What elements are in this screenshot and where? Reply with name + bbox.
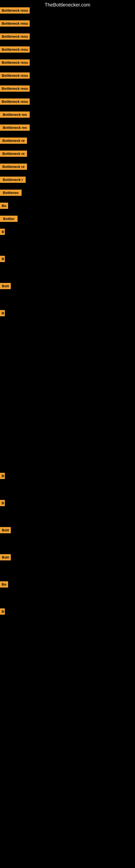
bottleneck-button-27[interactable]: B	[0, 609, 5, 615]
bottleneck-button-20[interactable]: Bott	[0, 283, 11, 289]
bottleneck-button-24[interactable]: Bott	[0, 527, 11, 533]
bottleneck-button-16[interactable]: Bo	[0, 203, 8, 209]
bottleneck-button-23[interactable]: B	[0, 500, 5, 506]
bottleneck-button-11[interactable]: Bottleneck re	[0, 137, 27, 144]
bottleneck-button-12[interactable]: Bottleneck re	[0, 151, 27, 157]
bottleneck-button-6[interactable]: Bottleneck resu	[0, 72, 30, 79]
bottleneck-button-17[interactable]: Bottler	[0, 216, 17, 222]
bottleneck-button-4[interactable]: Bottleneck resu	[0, 46, 30, 53]
bottleneck-button-1[interactable]: Bottleneck resu	[0, 7, 30, 13]
bottleneck-button-7[interactable]: Bottleneck resu	[0, 86, 30, 92]
bottleneck-button-26[interactable]: Bo	[0, 581, 8, 588]
bottleneck-button-5[interactable]: Bottleneck resu	[0, 59, 30, 66]
bottleneck-button-19[interactable]: B	[0, 256, 5, 262]
bottleneck-button-13[interactable]: Bottleneck re	[0, 163, 27, 170]
bottleneck-button-25[interactable]: Bott	[0, 554, 11, 560]
bottleneck-button-8[interactable]: Bottleneck resu	[0, 98, 30, 105]
bottleneck-button-2[interactable]: Bottleneck resu	[0, 20, 30, 27]
bottleneck-button-3[interactable]: Bottleneck resu	[0, 33, 30, 40]
bottleneck-button-14[interactable]: Bottleneck r	[0, 177, 26, 183]
bottleneck-button-18[interactable]: B	[0, 229, 5, 235]
bottleneck-button-21[interactable]: B	[0, 310, 5, 316]
bottleneck-button-10[interactable]: Bottleneck res	[0, 124, 30, 131]
bottleneck-button-9[interactable]: Bottleneck res	[0, 112, 30, 118]
bottleneck-button-22[interactable]: B	[0, 473, 5, 479]
bottleneck-button-15[interactable]: Bottlenec	[0, 190, 21, 196]
